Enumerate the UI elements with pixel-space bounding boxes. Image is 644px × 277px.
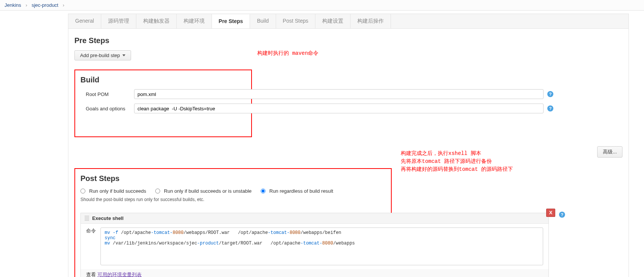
- annotation-post-line2: 先将原本tomcat 路径下源码进行备份: [401, 158, 492, 164]
- tab-build-env[interactable]: 构建环境: [177, 14, 212, 28]
- env-vars-link[interactable]: 可用的环境变量列表: [97, 272, 142, 277]
- breadcrumb-separator: ›: [63, 2, 64, 8]
- root-pom-input[interactable]: [134, 89, 544, 99]
- annotation-post-line1: 构建完成之后，执行xshell 脚本: [401, 150, 481, 156]
- annotation-post-line3: 再将构建好的源码替换到tomcat 的源码路径下: [401, 166, 513, 172]
- goals-label: Goals and options: [77, 106, 134, 111]
- breadcrumb-separator: ›: [26, 2, 27, 8]
- build-title: Build: [80, 76, 246, 84]
- delete-shell-button[interactable]: X: [546, 209, 555, 217]
- root-pom-label: Root POM: [77, 91, 134, 97]
- help-icon[interactable]: ?: [547, 105, 553, 111]
- drag-handle-icon[interactable]: [85, 216, 89, 221]
- breadcrumb: Jenkins › sjec-product ›: [0, 0, 644, 11]
- tab-pre-steps[interactable]: Pre Steps: [212, 14, 250, 29]
- annotation-maven: 构建时执行的 maven命令: [257, 50, 318, 57]
- breadcrumb-project[interactable]: sjec-product: [32, 2, 59, 8]
- post-steps-hint: Should the post-build steps run only for…: [80, 197, 386, 202]
- tab-post-steps[interactable]: Post Steps: [276, 14, 316, 28]
- tab-build[interactable]: Build: [250, 14, 276, 28]
- tab-triggers[interactable]: 构建触发器: [136, 14, 177, 28]
- radio-unstable[interactable]: [155, 189, 160, 193]
- post-steps-radio-group: Run only if build succeeds Run only if b…: [80, 188, 386, 194]
- add-pre-build-step-button[interactable]: Add pre-build step: [74, 50, 131, 60]
- tab-general[interactable]: General: [68, 14, 101, 28]
- tab-post-build[interactable]: 构建后操作: [351, 14, 391, 28]
- breadcrumb-root[interactable]: Jenkins: [5, 2, 21, 8]
- shell-command-textarea[interactable]: mv -f /opt/apache-tomcat-8080/webapps/RO…: [100, 227, 543, 265]
- radio-unstable-label[interactable]: Run only if build succeeds or is unstabl…: [164, 188, 252, 194]
- help-icon[interactable]: ?: [547, 91, 553, 97]
- config-tabs: General 源码管理 构建触发器 构建环境 Pre Steps Build …: [68, 14, 629, 28]
- shell-header: Execute shell: [81, 213, 548, 224]
- caret-down-icon: [122, 54, 125, 56]
- radio-succeeds[interactable]: [80, 189, 85, 193]
- build-advanced-button[interactable]: 高级...: [597, 146, 622, 158]
- radio-regardless-label[interactable]: Run regardless of build result: [269, 188, 333, 194]
- tab-build-settings[interactable]: 构建设置: [315, 14, 351, 28]
- help-icon[interactable]: ?: [559, 212, 565, 218]
- goals-input[interactable]: [134, 104, 544, 113]
- pre-steps-title: Pre Steps: [74, 36, 622, 45]
- radio-regardless[interactable]: [261, 189, 266, 193]
- post-steps-title: Post Steps: [80, 174, 386, 183]
- env-vars-prefix: 查看: [86, 272, 97, 277]
- radio-succeeds-label[interactable]: Run only if build succeeds: [89, 188, 146, 194]
- tab-scm[interactable]: 源码管理: [101, 14, 136, 28]
- shell-command-label: 命令: [86, 227, 96, 234]
